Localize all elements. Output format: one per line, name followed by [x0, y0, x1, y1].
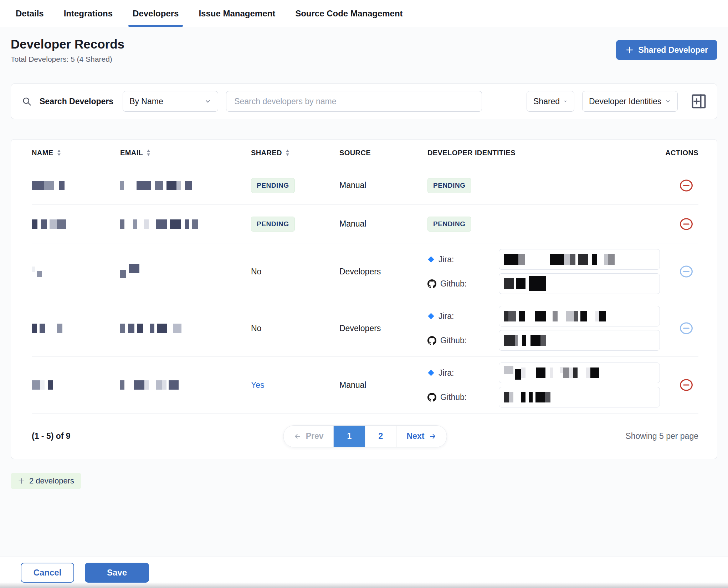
search-icon: [22, 96, 32, 106]
github-icon: [427, 393, 436, 402]
identities-status-badge: PENDING: [427, 178, 471, 193]
jira-label: Jira:: [439, 255, 454, 264]
email-cell-redacted: [120, 219, 251, 229]
email-cell-redacted: [120, 267, 251, 276]
github-icon: [427, 279, 436, 288]
name-cell-redacted: [32, 267, 120, 276]
developer-identities-cell: Jira:Github:: [427, 249, 663, 294]
add-column-button[interactable]: [691, 93, 706, 110]
developer-identities-filter-dropdown[interactable]: Developer Identities: [582, 91, 678, 112]
github-label-group: Github:: [427, 336, 499, 345]
page-button-1[interactable]: 1: [334, 426, 365, 447]
jira-identity-input[interactable]: [499, 363, 660, 383]
column-header-name[interactable]: NAME: [32, 149, 120, 157]
jira-label: Jira:: [439, 368, 454, 378]
jira-identity-input[interactable]: [499, 249, 660, 270]
tab-developers[interactable]: Developers: [132, 0, 179, 27]
jira-label-group: Jira:: [427, 368, 499, 378]
page-header: Developer Records Total Developers: 5 (4…: [0, 27, 728, 64]
redacted-name: [32, 267, 120, 276]
tab-integrations[interactable]: Integrations: [63, 0, 113, 27]
github-label: Github:: [440, 392, 467, 402]
column-label: NAME: [32, 149, 53, 157]
remove-developer-button[interactable]: [679, 378, 693, 392]
tab-issue-management[interactable]: Issue Management: [198, 0, 276, 27]
shared-cell: No: [251, 324, 339, 333]
pager: Prev 12 Next: [283, 425, 447, 447]
redacted-email: [120, 219, 251, 229]
github-identity-row: Github:: [427, 387, 663, 407]
name-cell-redacted: [32, 380, 120, 390]
more-developers-chip[interactable]: 2 developers: [11, 473, 81, 489]
github-label: Github:: [440, 279, 467, 289]
cancel-button[interactable]: Cancel: [21, 563, 74, 583]
next-page-button[interactable]: Next: [396, 426, 447, 447]
github-identity-input[interactable]: [499, 387, 660, 407]
shared-filter-dropdown[interactable]: Shared: [527, 91, 574, 112]
github-label: Github:: [440, 336, 467, 345]
search-by-dropdown[interactable]: By Name: [123, 91, 218, 112]
footer-action-bar: Cancel Save: [0, 557, 728, 588]
add-shared-developer-label: Shared Developer: [638, 45, 708, 55]
redacted-email: [120, 267, 251, 276]
github-label-group: Github:: [427, 392, 499, 402]
github-label-group: Github:: [427, 279, 499, 289]
jira-label-group: Jira:: [427, 255, 499, 264]
github-identity-input[interactable]: [499, 273, 660, 294]
shared-status-badge: PENDING: [251, 217, 295, 232]
chevron-down-icon: [665, 98, 671, 105]
search-filter-panel: Search Developers By Name Shared Develop…: [11, 83, 717, 119]
column-header-email[interactable]: EMAIL: [120, 149, 251, 157]
developer-identities-filter-value: Developer Identities: [589, 97, 661, 106]
github-identity-row: Github:: [427, 330, 663, 351]
name-cell-redacted: [32, 324, 120, 333]
github-identity-input[interactable]: [499, 330, 660, 351]
redacted-identity-value: [504, 335, 546, 346]
remove-developer-button[interactable]: [679, 321, 693, 335]
jira-identity-row: Jira:: [427, 306, 663, 326]
column-header-shared[interactable]: SHARED: [251, 149, 339, 157]
remove-developer-button[interactable]: [679, 217, 693, 231]
shared-cell: PENDING: [251, 217, 339, 232]
table-row: NoDevelopersJira:Github:: [32, 300, 698, 356]
redacted-email: [120, 380, 251, 390]
jira-identity-input[interactable]: [499, 306, 660, 326]
tab-details[interactable]: Details: [15, 0, 45, 27]
prev-page-button[interactable]: Prev: [284, 426, 334, 447]
redacted-identity-value: [504, 254, 615, 265]
developer-identities-cell: PENDING: [427, 178, 663, 193]
save-button[interactable]: Save: [85, 563, 149, 583]
name-cell-redacted: [32, 181, 120, 190]
source-cell: Manual: [339, 181, 427, 190]
shared-cell: No: [251, 267, 339, 277]
column-label: EMAIL: [120, 149, 143, 157]
shared-yes-link[interactable]: Yes: [251, 380, 265, 390]
remove-developer-button[interactable]: [679, 264, 693, 279]
plus-icon: [18, 477, 25, 485]
arrow-right-icon: [429, 432, 436, 440]
redacted-name: [32, 219, 120, 229]
remove-developer-button[interactable]: [679, 178, 693, 193]
redacted-email: [120, 324, 251, 333]
prev-label: Prev: [306, 431, 324, 441]
add-shared-developer-button[interactable]: Shared Developer: [616, 40, 717, 60]
name-cell-redacted: [32, 219, 120, 229]
column-label: SHARED: [251, 149, 282, 157]
remove-icon: [679, 321, 693, 335]
source-cell: Manual: [339, 219, 427, 229]
page-title: Developer Records: [11, 37, 124, 51]
jira-identity-row: Jira:: [427, 249, 663, 270]
page-button-2[interactable]: 2: [365, 426, 396, 447]
search-input[interactable]: [226, 91, 482, 112]
more-developers-label: 2 developers: [29, 476, 74, 486]
remove-icon: [679, 217, 693, 231]
redacted-name: [32, 181, 120, 190]
search-developers-label: Search Developers: [40, 97, 113, 106]
column-header-actions: ACTIONS: [663, 149, 698, 157]
table-row: PENDINGManualPENDING: [32, 204, 698, 243]
jira-icon: [427, 369, 435, 376]
per-page-text: Showing 5 per page: [625, 431, 698, 441]
tab-source-code-management[interactable]: Source Code Management: [294, 0, 403, 27]
jira-label: Jira:: [439, 311, 454, 321]
jira-label-group: Jira:: [427, 311, 499, 321]
